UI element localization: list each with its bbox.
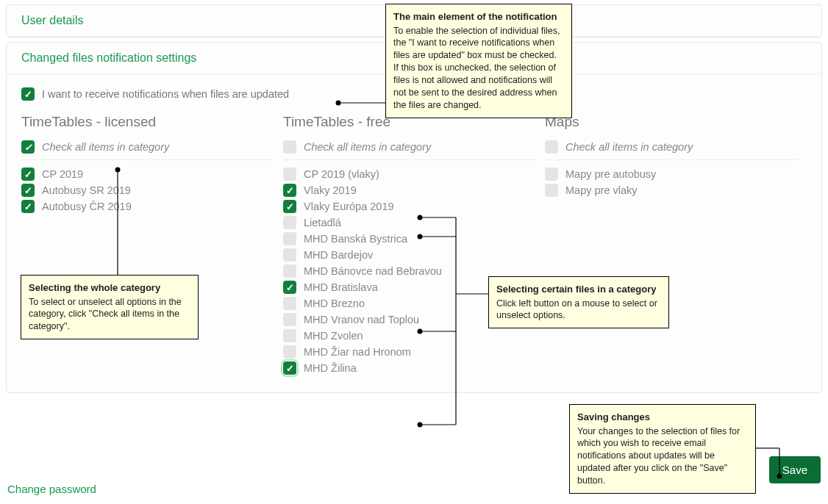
list-item: CP 2019 [21,168,274,181]
list-item: MHD Bardejov [283,248,536,262]
list-item: Autobusy ČR 2019 [21,200,274,213]
item-checkbox[interactable] [283,313,296,326]
check-all-checkbox[interactable] [21,140,35,154]
list-item: Mapy pre vlaky [545,184,798,197]
item-label: Mapy pre autobusy [565,168,656,180]
item-label: MHD Bánovce nad Bebravou [304,265,442,277]
item-label: MHD Bratislava [304,281,378,293]
item-checkbox[interactable] [283,281,296,294]
callout-main-element: The main element of the notification To … [385,4,572,118]
check-all-row: Check all items in category [545,140,798,154]
item-label: MHD Zvolen [304,330,363,342]
item-label: MHD Banská Bystrica [304,233,407,245]
column-title: Maps [545,114,798,130]
callout-certain-files: Selecting certain files in a category Cl… [488,276,669,328]
list-item: MHD Žilina [283,361,536,375]
item-checkbox[interactable] [283,361,296,375]
divider [283,159,536,160]
list-item: CP 2019 (vlaky) [283,168,536,181]
item-checkbox[interactable] [21,168,35,181]
divider [21,159,274,160]
item-label: Vlaky 2019 [304,184,357,196]
item-label: CP 2019 (vlaky) [304,168,379,180]
callout-saving: Saving changes Your changes to the selec… [569,404,756,494]
item-label: Vlaky Európa 2019 [304,201,394,212]
item-checkbox[interactable] [283,216,296,229]
column-maps: Maps Check all items in category Mapy pr… [545,108,807,378]
check-all-label: Check all items in category [304,141,431,153]
item-label: MHD Vranov nad Toplou [304,314,419,325]
list-item: Vlaky 2019 [283,184,536,197]
callout-body: Your changes to the selection of files f… [577,425,748,487]
item-checkbox[interactable] [545,184,558,197]
main-checkbox-label: I want to receive notifications when fil… [42,88,289,100]
item-checkbox[interactable] [283,297,296,310]
settings-title: Changed files notification settings [21,51,196,64]
column-title: TimeTables - licensed [21,114,274,130]
list-item: Vlaky Európa 2019 [283,200,536,213]
change-password-link[interactable]: Change password [7,483,96,495]
item-checkbox[interactable] [283,248,296,262]
item-label: MHD Bardejov [304,249,373,261]
callout-body: Click left button on a mouse to select o… [496,298,661,323]
list-item: MHD Banská Bystrica [283,232,536,245]
item-checkbox[interactable] [283,200,296,213]
callout-title: The main element of the notification [393,10,564,24]
list-item: MHD Žiar nad Hronom [283,345,536,359]
check-all-row: Check all items in category [283,140,536,154]
list-item: Mapy pre autobusy [545,168,798,181]
item-label: MHD Brezno [304,298,365,309]
callout-title: Selecting certain files in a category [496,283,661,296]
item-checkbox[interactable] [283,232,296,245]
item-label: Autobusy ČR 2019 [42,201,132,212]
item-label: MHD Žilina [304,362,357,374]
item-label: Autobusy SR 2019 [42,184,131,196]
check-all-checkbox[interactable] [545,140,558,154]
callout-body: To enable the selection of individual fi… [393,25,564,112]
item-label: MHD Žiar nad Hronom [304,346,411,358]
check-all-label: Check all items in category [565,141,693,153]
item-checkbox[interactable] [283,168,296,181]
save-button[interactable]: Save [769,456,821,483]
check-all-checkbox[interactable] [283,140,296,154]
list-item: MHD Zvolen [283,329,536,342]
divider [545,159,798,160]
item-checkbox[interactable] [283,345,296,359]
item-label: Mapy pre vlaky [565,184,638,196]
item-label: CP 2019 [42,168,83,180]
callout-whole-category: Selecting the whole category To select o… [21,275,199,339]
item-checkbox[interactable] [21,184,35,197]
svg-point-11 [418,422,423,428]
list-item: Lietadlá [283,216,536,229]
item-label: Lietadlá [304,217,341,228]
callout-body: To select or unselect all options in the… [29,296,190,334]
item-checkbox[interactable] [283,264,296,278]
check-all-row: Check all items in category [21,140,274,154]
list-item: Autobusy SR 2019 [21,184,274,197]
item-checkbox[interactable] [545,168,558,181]
column-free: TimeTables - free Check all items in cat… [283,108,545,378]
callout-title: Selecting the whole category [29,281,190,295]
item-checkbox[interactable] [283,184,296,197]
settings-body: I want to receive notifications when fil… [7,74,821,392]
user-details-title: User details [21,14,83,26]
callout-title: Saving changes [577,411,748,424]
check-all-label: Check all items in category [42,141,169,153]
item-checkbox[interactable] [283,329,296,342]
item-checkbox[interactable] [21,200,35,213]
main-checkbox[interactable] [21,87,35,101]
